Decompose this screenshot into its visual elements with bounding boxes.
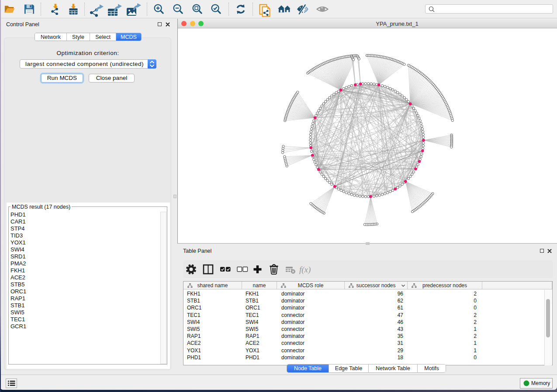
svg-text:f(x): f(x) xyxy=(299,265,311,275)
